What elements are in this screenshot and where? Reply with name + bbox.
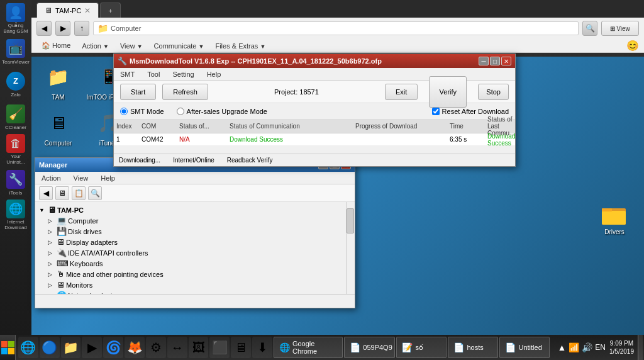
tab-close-icon[interactable]: ✕ — [84, 6, 91, 15]
back-button[interactable]: ◀ — [36, 21, 52, 36]
svg-rect-7 — [8, 348, 14, 354]
tray-volume-icon[interactable]: 🔊 — [582, 342, 592, 352]
msm-menu-tool[interactable]: Tool — [141, 69, 166, 79]
tree-item-mice[interactable]: ▷ 🖱 Mice and other pointing devices — [38, 269, 343, 279]
forward-button[interactable]: ▶ — [55, 21, 70, 36]
menu-home[interactable]: 🏠 Home — [36, 40, 75, 51]
msm-project-label: Project: 18571 — [214, 88, 379, 96]
msm-close-button[interactable]: ✕ — [501, 57, 511, 65]
devmgr-toolbar: ◀ 🖥 📋 🔍 — [35, 184, 355, 202]
desktop: 👤 Quảng Bàng GSM 📺 TeamViewer Z Zalo 🧹 C… — [0, 0, 644, 360]
tree-item-monitors[interactable]: ▷ 🖥 Monitors — [38, 279, 343, 290]
msm-menu-help[interactable]: Help — [201, 69, 228, 79]
devmgr-menu-help[interactable]: Help — [94, 173, 121, 183]
tree-item-computer[interactable]: ▷ 💻 Computer — [38, 215, 343, 226]
msm-titlebar: 🔧 MsmDownloadTool V1.6.8 Exp -- CPH1901E… — [114, 54, 515, 68]
msm-exit-button[interactable]: Exit — [385, 84, 418, 100]
tray-keyboard-icon[interactable]: EN — [595, 343, 606, 352]
up-button[interactable]: ↑ — [74, 21, 89, 36]
taskbar-term-pin[interactable]: ⬛ — [209, 337, 230, 358]
taskbar-pc-pin[interactable]: 🖥 — [231, 337, 251, 358]
msm-maximize-button[interactable]: □ — [490, 57, 500, 65]
sidebar-icon-user[interactable]: 👤 Quảng Bàng GSM — [2, 3, 30, 35]
tree-item-display-adapters[interactable]: ▷ 🖥 Display adapters — [38, 237, 343, 247]
sidebar-icon-itools[interactable]: 🔧 iTools — [2, 167, 30, 198]
sidebar-icon-zalo[interactable]: Z Zalo — [2, 69, 30, 100]
taskbar-media-pin[interactable]: ▶ — [82, 337, 102, 358]
taskbar-hosts[interactable]: 📄 hosts — [448, 337, 498, 358]
devmgr-menu-view[interactable]: View — [67, 173, 95, 183]
taskbar-firefox-pin[interactable]: 🦊 — [125, 337, 145, 358]
devmgr-menubar: Action View Help — [35, 172, 355, 184]
menu-actions[interactable]: Action ▼ — [77, 41, 114, 51]
smt-mode-radio[interactable]: SMT Mode — [120, 108, 164, 115]
msm-refresh-button[interactable]: Refresh — [162, 84, 208, 100]
svg-rect-2 — [602, 211, 626, 225]
devmgr-scroll-thumb[interactable] — [347, 208, 354, 233]
msm-table-row[interactable]: 1 COM42 N/A Download Success 6:35 s Down… — [114, 133, 515, 146]
msm-menu-setting[interactable]: Setting — [166, 69, 200, 79]
tray-arrow-icon[interactable]: ▲ — [557, 342, 566, 352]
tree-item-ide[interactable]: ▷ 🔌 IDE ATA/ATAPI controllers — [38, 247, 343, 258]
devmgr-computer-button[interactable]: 🖥 — [55, 186, 69, 200]
sidebar-icon-ccleaner[interactable]: 🧹 CCleaner — [2, 101, 30, 133]
msm-minimize-button[interactable]: ─ — [479, 57, 489, 65]
tree-item-disk-drives[interactable]: ▷ 💾 Disk drives — [38, 226, 343, 237]
taskbar-gear-pin[interactable]: ⚙ — [146, 337, 166, 358]
taskbar-items: 🌐 🔵 📁 ▶ 🌀 🦊 ⚙ ↔ 🖼 — [16, 335, 552, 360]
drivers-desktop-icon[interactable]: Drivers — [592, 201, 636, 235]
shortcut-computer[interactable]: 🖥 Computer — [35, 106, 82, 149]
start-button[interactable] — [0, 335, 16, 360]
sidebar-icon-teamviewer[interactable]: 📺 TeamViewer — [2, 36, 30, 67]
after-sales-radio[interactable]: After-sales Upgrade Mode — [177, 108, 267, 115]
taskbar-google-chrome[interactable]: 🌐 Google Chrome — [274, 337, 343, 358]
tree-item-root[interactable]: ▼ 🖥 TAM-PC — [38, 205, 343, 215]
tree-item-keyboards[interactable]: ▷ ⌨ Keyboards — [38, 258, 343, 269]
msm-table-header: Index COM Status of... Status of Communi… — [114, 120, 515, 133]
tab-new[interactable]: + — [100, 3, 120, 18]
chrome-taskbar-icon: 🌐 — [279, 342, 290, 352]
shortcut-tam[interactable]: 📁 TAM — [35, 60, 82, 103]
taskbar-chrome-pin[interactable]: 🌐 — [18, 337, 38, 358]
sidebar-icon-uninstaller[interactable]: 🗑 Your Uninst... — [2, 134, 30, 166]
search-button[interactable]: 🔍 — [582, 21, 597, 36]
taskbar-ie-pin[interactable]: 🔵 — [40, 337, 60, 358]
emoji-icon[interactable]: 😊 — [626, 40, 639, 52]
devmgr-properties-button[interactable]: 📋 — [72, 186, 86, 200]
tree-item-network-adapters[interactable]: ▷ 🌐 Network adapters — [38, 290, 343, 294]
smt-mode-input[interactable] — [120, 108, 128, 115]
reset-checkbox[interactable]: Reset After Download — [432, 108, 509, 115]
taskbar-059p4q9[interactable]: 📄 059P4Q9 — [344, 337, 395, 358]
system-tray: ▲ 📶 🔊 EN — [557, 342, 606, 352]
menu-view[interactable]: View ▼ — [115, 41, 148, 51]
taskbar-chrome2-pin[interactable]: 🌀 — [103, 337, 123, 358]
taskbar-so[interactable]: 📝 số — [396, 337, 447, 358]
svg-rect-5 — [8, 341, 14, 347]
devmgr-scrollbar[interactable] — [346, 202, 355, 294]
taskbar-folder-pin[interactable]: 📁 — [61, 337, 81, 358]
system-clock[interactable]: 9:09 PM 1/5/2019 — [609, 339, 634, 356]
taskbar-untitled[interactable]: 📄 Untitled — [499, 337, 550, 358]
browser-toolbar: ◀ ▶ ↑ 📁 Computer 🔍 ⊞ View — [31, 18, 644, 39]
devmgr-scan-button[interactable]: 🔍 — [88, 186, 102, 200]
taskbar-dl-pin[interactable]: ⬇ — [252, 337, 272, 358]
svg-rect-4 — [1, 341, 8, 347]
tray-network-icon[interactable]: 📶 — [569, 342, 579, 352]
browser-menu: 🏠 Home Action ▼ View ▼ Communicate ▼ Fil… — [31, 39, 644, 53]
menu-communicate[interactable]: Communicate ▼ — [149, 41, 209, 51]
after-sales-input[interactable] — [177, 108, 184, 115]
msm-stop-button[interactable]: Stop — [478, 84, 509, 100]
msm-verify-button[interactable]: Verify — [429, 76, 467, 108]
msm-start-button[interactable]: Start — [120, 84, 156, 100]
view-button[interactable]: ⊞ View — [601, 21, 639, 36]
taskbar-img-pin[interactable]: 🖼 — [189, 337, 209, 358]
show-desktop-button[interactable] — [638, 335, 643, 360]
devmgr-menu-action[interactable]: Action — [35, 173, 67, 183]
taskbar-arrow-pin[interactable]: ↔ — [167, 337, 187, 358]
menu-files[interactable]: Files & Extras ▼ — [210, 41, 270, 51]
devmgr-back-button[interactable]: ◀ — [39, 186, 53, 200]
reset-input[interactable] — [432, 108, 440, 115]
tab-tam-pc[interactable]: 🖥 TAM-PC ✕ — [36, 3, 99, 18]
msm-menu-smt[interactable]: SMT — [114, 69, 141, 79]
sidebar-icon-internet[interactable]: 🌐 Internet Download — [2, 200, 30, 231]
